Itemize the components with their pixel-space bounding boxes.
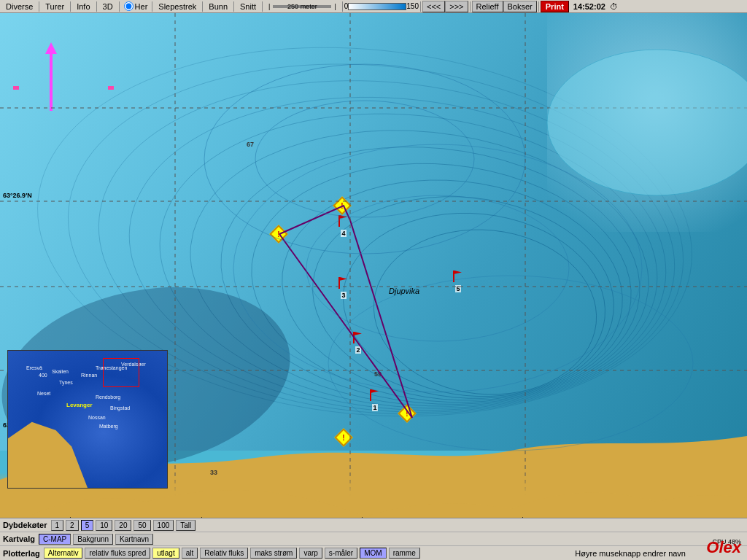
sep7 [233, 1, 234, 12]
flag-head-5 [454, 271, 462, 276]
lat-label-1: 63°26.9'N [3, 192, 32, 199]
minimap-eredvs: Eresvâ [26, 365, 42, 370]
waypoint-2[interactable]: 2 [353, 332, 363, 354]
dk-1-btn[interactable]: 1 [51, 520, 64, 531]
flag-pole-3 [338, 277, 340, 289]
minimap-tynes: Tynes [59, 380, 73, 385]
depth-gradient [348, 3, 406, 10]
bokser-btn[interactable]: Bokser [503, 1, 537, 12]
waypoint-1[interactable]: 1 [370, 389, 380, 411]
sep10 [420, 1, 421, 12]
wp-label-2: 2 [355, 346, 360, 354]
scale-line: 250 meter [273, 5, 331, 8]
flag-pole-5 [453, 271, 454, 282]
flag-head-3 [340, 277, 347, 283]
warn-inner-4: ! [342, 434, 344, 442]
her-radio[interactable]: Her [121, 1, 151, 11]
time-display: 14:52:02 [569, 2, 610, 11]
tb-info[interactable]: Info [72, 0, 94, 13]
arrow-line [50, 52, 53, 111]
sep9 [342, 1, 343, 12]
minimap-levanger: Levanger [66, 402, 93, 408]
waypoint-3[interactable]: 3 [338, 277, 349, 299]
bottom-panel: Dybdekøter 1 2 5 10 20 50 100 Tall Kartv… [0, 518, 747, 560]
dybdekøter-row: Dybdekøter 1 2 5 10 20 50 100 Tall [0, 518, 747, 532]
depth-67: 67 [247, 141, 254, 148]
waypoint-5[interactable]: 5 [453, 271, 463, 292]
warn-inner-1: ! [341, 202, 343, 210]
tb-diverse[interactable]: Diverse [1, 0, 37, 13]
olex-logo: Olex [706, 538, 741, 557]
plotterlag-label: Plotterlag [3, 549, 40, 558]
varp-btn[interactable]: varp [299, 548, 322, 559]
relieff-btn[interactable]: Relieff [472, 1, 503, 12]
tb-snitt[interactable]: Snitt [236, 0, 260, 13]
rel-fluks-spred-btn[interactable]: relativ fluks spred [85, 548, 150, 559]
depth-59: 59 [374, 370, 382, 378]
smaler-btn[interactable]: s-måler [325, 548, 357, 559]
sep4 [119, 1, 120, 12]
alternativ-btn[interactable]: Alternativ [44, 548, 83, 559]
sep12 [538, 1, 539, 12]
minimap-rendsborg: Rendsborg [96, 394, 120, 400]
dk-50-btn[interactable]: 50 [133, 520, 150, 531]
flag-head-1 [371, 389, 379, 395]
sep3 [96, 1, 97, 12]
minimap-bingstad: Bingstad [110, 405, 130, 411]
tb-slepestrek[interactable]: Slepestrek [154, 0, 201, 13]
bakgrunn-btn[interactable]: Bakgrunn [73, 534, 113, 545]
pos-marker-1 [13, 86, 19, 90]
nav-right3-btn[interactable]: >>> [445, 1, 468, 12]
dk-100-btn[interactable]: 100 [153, 520, 174, 531]
mom-btn[interactable]: MOM [360, 548, 386, 559]
minimap-matberg: Matberg [99, 424, 118, 429]
ramme-btn[interactable]: ramme [389, 548, 420, 559]
kartvalg-row: Kartvalg C-MAP Bakgrunn Kartnavn [0, 532, 747, 546]
kartvalg-label: Kartvalg [3, 534, 35, 543]
minimap-rinnan: Rinnan [81, 373, 97, 378]
cmap-btn[interactable]: C-MAP [39, 534, 71, 545]
sep1 [39, 1, 39, 12]
sep11 [470, 1, 471, 12]
sep5 [152, 1, 152, 12]
nav-left3-btn[interactable]: <<< [422, 1, 445, 12]
tb-bunn[interactable]: Bunn [204, 0, 232, 13]
alt-btn[interactable]: alt [182, 548, 198, 559]
depth-max: 150 [406, 2, 419, 10]
utlagt-btn[interactable]: utlagt [152, 548, 179, 559]
dk-2-btn[interactable]: 2 [66, 520, 79, 531]
tb-3d[interactable]: 3D [98, 0, 117, 13]
flag-head-2 [355, 332, 362, 338]
wp-label-5: 5 [455, 285, 460, 292]
minimap-neset: Neset [37, 391, 50, 396]
waypoint-4[interactable]: 4 [338, 215, 349, 237]
flag-pole-2 [353, 332, 355, 343]
wp-label-4: 4 [341, 230, 346, 237]
kartnavn-btn[interactable]: Kartnavn [115, 534, 153, 545]
rel-fluks-btn[interactable]: Relativ fluks [200, 548, 248, 559]
dk-20-btn[interactable]: 20 [115, 520, 131, 531]
warn-inner-3: ! [406, 410, 408, 418]
dk-10-btn[interactable]: 10 [96, 520, 112, 531]
minimap-400: 400 [39, 373, 47, 378]
minimap: Levanger Neset Tynes Rinnan Trønestangen… [7, 350, 168, 489]
minimap-viewbox [103, 358, 139, 387]
flag-pole-1 [370, 389, 371, 401]
dk-5-btn[interactable]: 5 [81, 520, 94, 531]
dk-tall-btn[interactable]: Tall [176, 520, 196, 531]
map-area[interactable]: 63°26.9'N 63°46.4'N 67 59 33 Djupvika ! … [0, 13, 747, 531]
sep8 [262, 1, 263, 12]
plotterlag-row: Plotterlag Alternativ relativ fluks spre… [0, 546, 747, 560]
wp-label-3: 3 [341, 292, 346, 299]
warn-inner-2: ! [277, 230, 279, 238]
print-btn[interactable]: Print [541, 1, 569, 12]
dybdekøter-label: Dybdekøter [3, 521, 47, 529]
scale-left: | [268, 3, 270, 10]
scale-label: 250 meter [287, 3, 317, 10]
tb-turer[interactable]: Turer [41, 0, 69, 13]
sep6 [202, 1, 203, 12]
maks-strom-btn[interactable]: maks strøm [250, 548, 297, 559]
flag-head-4 [340, 215, 347, 221]
minimap-nossan: Nossan [88, 415, 106, 420]
flag-pole-4 [338, 215, 340, 227]
